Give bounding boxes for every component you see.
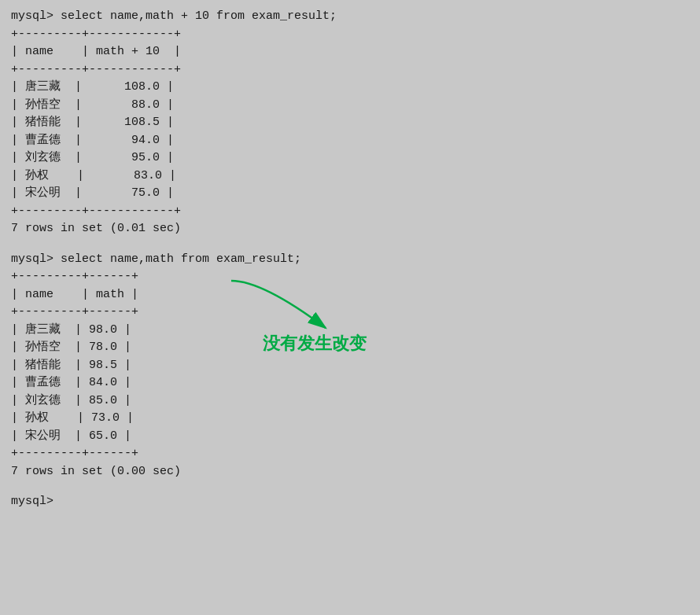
query1-border-bot: +---------+------------+	[11, 203, 689, 221]
query1-row-3: | 曹孟德 | 94.0 |	[11, 132, 689, 150]
query1-result: 7 rows in set (0.01 sec)	[11, 220, 689, 238]
query2-section: mysql> select name,math from exam_result…	[11, 251, 689, 481]
query2-command: mysql> select name,math from exam_result…	[11, 251, 689, 269]
query1-row-0: | 唐三藏 | 108.0 |	[11, 79, 689, 97]
query2-row-5: | 孙权 | 73.0 |	[11, 410, 689, 428]
annotation-text: 没有发生改变	[263, 332, 367, 355]
terminal: mysql> select name,math + 10 from exam_r…	[11, 8, 689, 607]
query1-command: mysql> select name,math + 10 from exam_r…	[11, 8, 689, 26]
query1-row-2: | 猪悟能 | 108.5 |	[11, 114, 689, 132]
query1-border-mid: +---------+------------+	[11, 61, 689, 79]
query1-row-1: | 孙悟空 | 88.0 |	[11, 97, 689, 115]
query2-row-4: | 刘玄德 | 85.0 |	[11, 392, 689, 411]
final-prompt: mysql>	[11, 493, 689, 511]
query2-row-6: | 宋公明 | 65.0 |	[11, 428, 689, 446]
query1-row-5: | 孙权 | 83.0 |	[11, 168, 689, 186]
query2-row-3: | 曹孟德 | 84.0 |	[11, 374, 689, 392]
query1-section: mysql> select name,math + 10 from exam_r…	[11, 8, 689, 238]
query1-row-4: | 刘玄德 | 95.0 |	[11, 149, 689, 168]
query2-result: 7 rows in set (0.00 sec)	[11, 463, 689, 481]
query2-border-bot: +---------+------+	[11, 445, 689, 463]
query1-header: | name | math + 10 |	[11, 43, 689, 61]
query1-border-top: +---------+------------+	[11, 26, 689, 44]
query1-row-6: | 宋公明 | 75.0 |	[11, 185, 689, 203]
